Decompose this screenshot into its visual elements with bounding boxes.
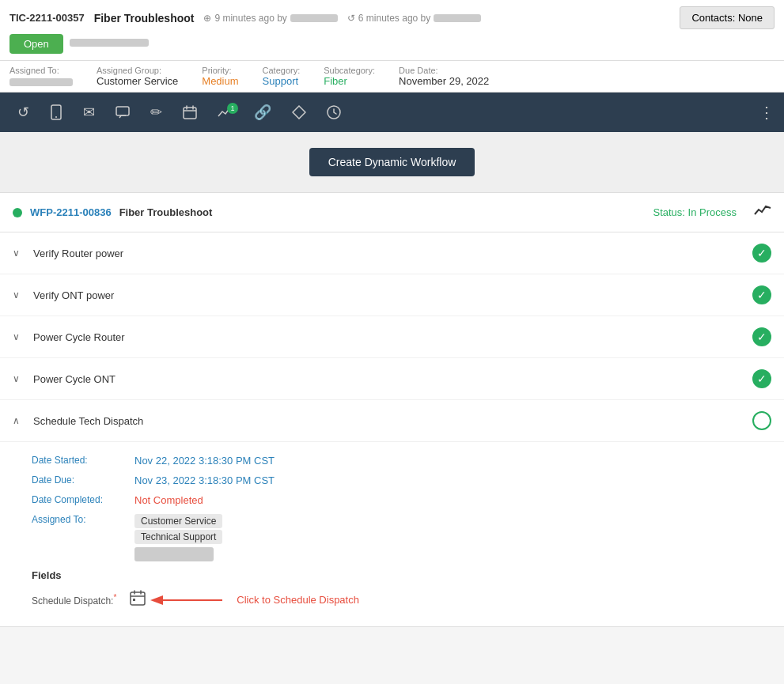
assigned-to-value-blurred (9, 78, 73, 86)
schedule-dispatch-row: Schedule Dispatch:* (32, 589, 752, 610)
chat-icon[interactable] (108, 100, 138, 125)
click-to-schedule-label: Click to Schedule Dispatch (159, 594, 359, 606)
wfp-id: WFP-2211-00836 (30, 206, 112, 218)
due-date-field: Due Date: November 29, 2022 (399, 66, 489, 87)
open-button[interactable]: Open (9, 34, 63, 54)
task-complete-icon: ✓ (752, 285, 771, 304)
task-row[interactable]: ∨ Power Cycle Router ✓ (0, 316, 784, 358)
task-name: Verify Router power (33, 248, 744, 259)
priority-label: Priority: (202, 66, 238, 75)
contacts-button[interactable]: Contacts: None (680, 6, 775, 29)
task-expanded: ∧ Schedule Tech Dispatch Date Started: N… (0, 400, 784, 627)
due-date-value: November 29, 2022 (399, 75, 489, 87)
task-row[interactable]: ∨ Verify Router power ✓ (0, 232, 784, 274)
refresh-icon[interactable]: ↺ (9, 97, 37, 127)
more-options-icon[interactable]: ⋮ (759, 103, 775, 122)
date-started-label: Date Started: (32, 455, 134, 466)
user-blurred-1 (290, 14, 338, 22)
clock-icon[interactable] (319, 99, 349, 126)
trend-badge: 1 (227, 103, 238, 114)
task-name: Schedule Tech Dispatch (33, 415, 744, 427)
date-completed-row: Date Completed: Not Completed (32, 494, 752, 506)
task-row[interactable]: ∨ Verify ONT power ✓ (0, 274, 784, 316)
workflow-area: Create Dynamic Workflow (0, 132, 784, 193)
svg-rect-6 (131, 592, 145, 605)
blurred-info-bar (70, 39, 149, 47)
svg-rect-3 (184, 108, 196, 119)
assigned-to-label: Assigned To: (32, 514, 134, 525)
svg-marker-4 (293, 106, 305, 119)
task-row[interactable]: ∧ Schedule Tech Dispatch (0, 400, 784, 442)
category-field: Category: Support (263, 66, 301, 87)
task-list: ∨ Verify Router power ✓ ∨ Verify ONT pow… (0, 232, 784, 627)
calendar-dispatch-icon[interactable] (129, 589, 146, 610)
status-dot (13, 208, 22, 217)
date-started-value: Nov 22, 2022 3:18:30 PM CST (134, 455, 275, 467)
task-complete-icon: ✓ (752, 327, 771, 346)
assigned-to-label: Assigned To: (9, 66, 73, 75)
ticket-id: TIC-2211-00357 (9, 12, 85, 24)
task-complete-icon: ✓ (752, 244, 771, 263)
wfp-status: Status: In Process (653, 206, 737, 218)
chevron-up-icon: ∧ (13, 415, 25, 426)
subcategory-label: Subcategory: (324, 66, 375, 75)
task-name: Power Cycle ONT (33, 373, 744, 385)
trend-toolbar-icon[interactable]: 1 (210, 100, 241, 125)
svg-rect-2 (116, 107, 129, 115)
date-due-value: Nov 23, 2022 3:18:30 PM CST (134, 474, 275, 486)
wfp-row: WFP-2211-00836 Fiber Troubleshoot Status… (0, 193, 784, 232)
assigned-group-value: Customer Service (97, 75, 178, 87)
chevron-down-icon: ∨ (13, 248, 25, 259)
task-row[interactable]: ∨ Power Cycle ONT ✓ (0, 358, 784, 400)
subcategory-value: Fiber (324, 75, 375, 87)
svg-rect-7 (133, 599, 135, 601)
assigned-to-field: Assigned To: (9, 66, 73, 86)
task-complete-icon: ✓ (752, 369, 771, 388)
task-incomplete-icon (752, 411, 771, 430)
time-info-1: ⊕ 9 minutes ago by (203, 13, 337, 24)
date-due-row: Date Due: Nov 23, 2022 3:18:30 PM CST (32, 474, 752, 486)
date-completed-value: Not Completed (134, 494, 203, 506)
chevron-down-icon: ∨ (13, 373, 25, 384)
category-value: Support (263, 75, 301, 87)
expanded-content: Date Started: Nov 22, 2022 3:18:30 PM CS… (0, 442, 784, 626)
assigned-blurred (134, 547, 214, 561)
assigned-group-label: Assigned Group: (97, 66, 178, 75)
svg-point-1 (55, 116, 57, 118)
assigned-tag-2: Technical Support (134, 530, 222, 544)
wfp-title: Fiber Troubleshoot (119, 206, 213, 218)
schedule-dispatch-label: Schedule Dispatch:* (32, 593, 116, 607)
assigned-to-row: Assigned To: Customer Service Technical … (32, 514, 752, 561)
assigned-tag-1: Customer Service (134, 514, 222, 528)
toolbar: ↺ ✉ ✏ 1 🔗 ⋮ (0, 93, 784, 132)
wfp-trend-icon[interactable] (754, 204, 771, 221)
date-completed-label: Date Completed: (32, 494, 134, 505)
fields-bar: Assigned To: Assigned Group: Customer Se… (0, 61, 784, 93)
assigned-group-field: Assigned Group: Customer Service (97, 66, 178, 87)
subcategory-field: Subcategory: Fiber (324, 66, 375, 87)
task-name: Power Cycle Router (33, 331, 744, 343)
top-header: TIC-2211-00357 Fiber Troubleshoot ⊕ 9 mi… (0, 0, 784, 61)
ticket-title: Fiber Troubleshoot (94, 12, 195, 25)
priority-value: Medium (202, 75, 238, 87)
chevron-down-icon: ∨ (13, 331, 25, 342)
category-label: Category: (263, 66, 301, 75)
chevron-down-icon: ∨ (13, 289, 25, 300)
date-due-label: Date Due: (32, 474, 134, 486)
mobile-icon[interactable] (42, 98, 70, 127)
calendar-toolbar-icon[interactable] (175, 99, 205, 126)
fields-section: Fields Schedule Dispatch:* (32, 569, 752, 610)
email-icon[interactable]: ✉ (75, 97, 103, 127)
create-workflow-button[interactable]: Create Dynamic Workflow (309, 148, 475, 176)
assigned-tags: Customer Service Technical Support (134, 514, 222, 561)
date-started-row: Date Started: Nov 22, 2022 3:18:30 PM CS… (32, 455, 752, 467)
direction-icon[interactable] (284, 99, 314, 126)
edit-icon[interactable]: ✏ (142, 97, 170, 127)
time-info-2: ↺ 6 minutes ago by (347, 13, 481, 24)
fields-section-title: Fields (32, 569, 752, 581)
link-icon[interactable]: 🔗 (246, 97, 279, 127)
task-name: Verify ONT power (33, 289, 744, 301)
priority-field: Priority: Medium (202, 66, 238, 87)
user-blurred-2 (434, 14, 481, 22)
due-date-label: Due Date: (399, 66, 489, 75)
